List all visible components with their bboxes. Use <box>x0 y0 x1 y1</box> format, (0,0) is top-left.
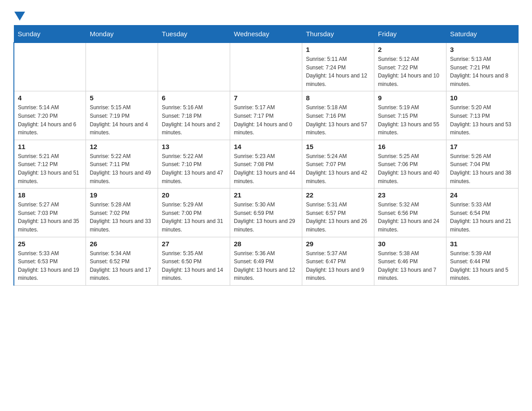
day-info: Sunrise: 5:27 AMSunset: 7:03 PMDaylight:… <box>18 201 82 234</box>
day-info: Sunrise: 5:28 AMSunset: 7:02 PMDaylight:… <box>90 201 154 234</box>
day-info: Sunrise: 5:29 AMSunset: 7:00 PMDaylight:… <box>162 201 226 234</box>
day-number: 10 <box>450 94 515 102</box>
day-number: 3 <box>450 46 515 53</box>
day-number: 9 <box>378 94 442 102</box>
day-info: Sunrise: 5:12 AMSunset: 7:22 PMDaylight:… <box>378 55 442 88</box>
day-number: 7 <box>234 94 298 102</box>
day-info: Sunrise: 5:31 AMSunset: 6:57 PMDaylight:… <box>306 201 370 234</box>
day-info: Sunrise: 5:39 AMSunset: 6:44 PMDaylight:… <box>450 249 515 283</box>
day-info: Sunrise: 5:16 AMSunset: 7:18 PMDaylight:… <box>162 103 226 137</box>
day-number: 18 <box>18 191 82 199</box>
day-info: Sunrise: 5:35 AMSunset: 6:50 PMDaylight:… <box>162 249 226 283</box>
weekday-header-thursday: Thursday <box>302 26 374 43</box>
calendar-cell: 18Sunrise: 5:27 AMSunset: 7:03 PMDayligh… <box>14 188 86 237</box>
day-info: Sunrise: 5:19 AMSunset: 7:15 PMDaylight:… <box>378 103 442 137</box>
calendar-cell <box>14 43 86 91</box>
calendar-cell: 1Sunrise: 5:11 AMSunset: 7:24 PMDaylight… <box>302 43 374 91</box>
day-number: 6 <box>162 94 226 102</box>
day-number: 24 <box>450 191 515 199</box>
page-header <box>13 9 519 21</box>
day-number: 4 <box>18 94 82 102</box>
calendar-week-4: 18Sunrise: 5:27 AMSunset: 7:03 PMDayligh… <box>14 188 519 237</box>
day-number: 20 <box>162 191 226 199</box>
calendar-week-3: 11Sunrise: 5:21 AMSunset: 7:12 PMDayligh… <box>14 140 519 188</box>
day-number: 2 <box>378 46 442 53</box>
day-info: Sunrise: 5:11 AMSunset: 7:24 PMDaylight:… <box>306 55 370 88</box>
day-info: Sunrise: 5:33 AMSunset: 6:54 PMDaylight:… <box>450 201 515 234</box>
logo <box>13 9 25 21</box>
calendar-cell: 10Sunrise: 5:20 AMSunset: 7:13 PMDayligh… <box>446 91 519 140</box>
calendar-cell: 30Sunrise: 5:38 AMSunset: 6:46 PMDayligh… <box>374 237 446 285</box>
day-info: Sunrise: 5:30 AMSunset: 6:59 PMDaylight:… <box>234 201 298 234</box>
day-number: 25 <box>18 240 82 248</box>
day-number: 23 <box>378 191 442 199</box>
weekday-header-saturday: Saturday <box>446 26 519 43</box>
day-info: Sunrise: 5:23 AMSunset: 7:08 PMDaylight:… <box>234 152 298 185</box>
day-info: Sunrise: 5:20 AMSunset: 7:13 PMDaylight:… <box>450 103 515 137</box>
weekday-header-sunday: Sunday <box>14 26 86 43</box>
calendar-cell: 28Sunrise: 5:36 AMSunset: 6:49 PMDayligh… <box>230 237 302 285</box>
day-info: Sunrise: 5:37 AMSunset: 6:47 PMDaylight:… <box>306 249 370 283</box>
day-number: 5 <box>90 94 154 102</box>
calendar-cell: 6Sunrise: 5:16 AMSunset: 7:18 PMDaylight… <box>158 91 230 140</box>
day-info: Sunrise: 5:32 AMSunset: 6:56 PMDaylight:… <box>378 201 442 234</box>
calendar-cell: 13Sunrise: 5:22 AMSunset: 7:10 PMDayligh… <box>158 140 230 188</box>
day-number: 30 <box>378 240 442 248</box>
calendar-cell: 17Sunrise: 5:26 AMSunset: 7:04 PMDayligh… <box>446 140 519 188</box>
day-number: 14 <box>234 143 298 150</box>
weekday-header-tuesday: Tuesday <box>158 26 230 43</box>
day-number: 19 <box>90 191 154 199</box>
day-number: 12 <box>90 143 154 150</box>
calendar-cell: 27Sunrise: 5:35 AMSunset: 6:50 PMDayligh… <box>158 237 230 285</box>
logo-triangle-icon <box>14 12 25 21</box>
day-number: 21 <box>234 191 298 199</box>
day-info: Sunrise: 5:14 AMSunset: 7:20 PMDaylight:… <box>18 103 82 137</box>
weekday-header-monday: Monday <box>86 26 158 43</box>
calendar-cell: 21Sunrise: 5:30 AMSunset: 6:59 PMDayligh… <box>230 188 302 237</box>
day-number: 8 <box>306 94 370 102</box>
calendar-cell: 24Sunrise: 5:33 AMSunset: 6:54 PMDayligh… <box>446 188 519 237</box>
day-info: Sunrise: 5:26 AMSunset: 7:04 PMDaylight:… <box>450 152 515 185</box>
day-info: Sunrise: 5:24 AMSunset: 7:07 PMDaylight:… <box>306 152 370 185</box>
calendar-week-2: 4Sunrise: 5:14 AMSunset: 7:20 PMDaylight… <box>14 91 519 140</box>
calendar-cell: 23Sunrise: 5:32 AMSunset: 6:56 PMDayligh… <box>374 188 446 237</box>
calendar-cell: 25Sunrise: 5:33 AMSunset: 6:53 PMDayligh… <box>14 237 86 285</box>
day-info: Sunrise: 5:34 AMSunset: 6:52 PMDaylight:… <box>90 249 154 283</box>
day-number: 22 <box>306 191 370 199</box>
day-number: 26 <box>90 240 154 248</box>
day-info: Sunrise: 5:21 AMSunset: 7:12 PMDaylight:… <box>18 152 82 185</box>
day-info: Sunrise: 5:25 AMSunset: 7:06 PMDaylight:… <box>378 152 442 185</box>
calendar-cell <box>158 43 230 91</box>
day-number: 1 <box>306 46 370 53</box>
calendar-cell: 2Sunrise: 5:12 AMSunset: 7:22 PMDaylight… <box>374 43 446 91</box>
calendar-cell: 12Sunrise: 5:22 AMSunset: 7:11 PMDayligh… <box>86 140 158 188</box>
calendar-cell: 29Sunrise: 5:37 AMSunset: 6:47 PMDayligh… <box>302 237 374 285</box>
day-info: Sunrise: 5:13 AMSunset: 7:21 PMDaylight:… <box>450 55 515 88</box>
day-info: Sunrise: 5:15 AMSunset: 7:19 PMDaylight:… <box>90 103 154 137</box>
calendar-cell: 11Sunrise: 5:21 AMSunset: 7:12 PMDayligh… <box>14 140 86 188</box>
day-info: Sunrise: 5:38 AMSunset: 6:46 PMDaylight:… <box>378 249 442 283</box>
calendar-week-5: 25Sunrise: 5:33 AMSunset: 6:53 PMDayligh… <box>14 237 519 285</box>
day-number: 28 <box>234 240 298 248</box>
calendar-cell: 16Sunrise: 5:25 AMSunset: 7:06 PMDayligh… <box>374 140 446 188</box>
weekday-header-wednesday: Wednesday <box>230 26 302 43</box>
day-info: Sunrise: 5:18 AMSunset: 7:16 PMDaylight:… <box>306 103 370 137</box>
day-number: 29 <box>306 240 370 248</box>
day-number: 15 <box>306 143 370 150</box>
day-info: Sunrise: 5:33 AMSunset: 6:53 PMDaylight:… <box>18 249 82 283</box>
day-number: 11 <box>18 143 82 150</box>
day-info: Sunrise: 5:17 AMSunset: 7:17 PMDaylight:… <box>234 103 298 137</box>
calendar-cell: 9Sunrise: 5:19 AMSunset: 7:15 PMDaylight… <box>374 91 446 140</box>
calendar-week-1: 1Sunrise: 5:11 AMSunset: 7:24 PMDaylight… <box>14 43 519 91</box>
calendar-cell: 7Sunrise: 5:17 AMSunset: 7:17 PMDaylight… <box>230 91 302 140</box>
calendar-table: SundayMondayTuesdayWednesdayThursdayFrid… <box>13 25 519 286</box>
calendar-cell: 3Sunrise: 5:13 AMSunset: 7:21 PMDaylight… <box>446 43 519 91</box>
calendar-cell: 4Sunrise: 5:14 AMSunset: 7:20 PMDaylight… <box>14 91 86 140</box>
day-info: Sunrise: 5:22 AMSunset: 7:11 PMDaylight:… <box>90 152 154 185</box>
calendar-cell: 22Sunrise: 5:31 AMSunset: 6:57 PMDayligh… <box>302 188 374 237</box>
day-number: 17 <box>450 143 515 150</box>
calendar-cell: 26Sunrise: 5:34 AMSunset: 6:52 PMDayligh… <box>86 237 158 285</box>
calendar-cell: 19Sunrise: 5:28 AMSunset: 7:02 PMDayligh… <box>86 188 158 237</box>
calendar-cell: 15Sunrise: 5:24 AMSunset: 7:07 PMDayligh… <box>302 140 374 188</box>
day-info: Sunrise: 5:22 AMSunset: 7:10 PMDaylight:… <box>162 152 226 185</box>
